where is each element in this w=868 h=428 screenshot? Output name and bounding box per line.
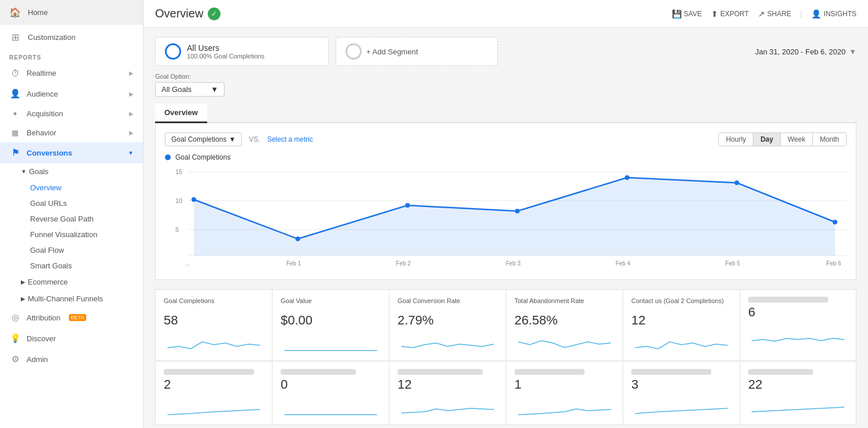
insights-button[interactable]: 👤 INSIGHTS [811, 9, 856, 19]
metric-sparkline-r2-3 [398, 394, 498, 418]
chart-container: Goal Completions ▼ VS. Select a metric H… [155, 123, 856, 280]
metric-title-blurred [748, 297, 828, 302]
sidebar-item-multi-channel[interactable]: ▶ Multi-Channel Funnels [0, 290, 143, 307]
svg-text:10: 10 [175, 197, 182, 204]
metric-card-blurred-1: 6 [740, 289, 856, 361]
svg-text:Feb 5: Feb 5 [725, 260, 740, 267]
metric-sparkline-1 [164, 330, 264, 353]
home-icon: 🏠 [9, 7, 21, 18]
sidebar-item-ecommerce[interactable]: ▶ Ecommerce [0, 274, 143, 290]
legend-label: Goal Completions [175, 153, 230, 161]
data-point-5 [734, 180, 739, 185]
metric-value-r2-1: 2 [164, 377, 264, 392]
metric-value-r2-4: 1 [514, 377, 615, 392]
metric-value-r2-5: 3 [631, 377, 731, 392]
metric-title-4: Total Abandonment Rate [514, 297, 615, 311]
overview-label: Overview [30, 183, 61, 192]
sidebar-acquisition-label: Acquisition [27, 109, 63, 118]
metric-sparkline-2 [281, 330, 381, 353]
legend-dot [165, 154, 171, 160]
data-point-4 [625, 175, 630, 180]
time-btn-week[interactable]: Week [781, 133, 812, 146]
ecommerce-expand-icon: ▶ [21, 279, 25, 285]
sidebar-item-conversions[interactable]: ⚑ Conversions ▼ [0, 142, 143, 163]
metric-value-2: $0.00 [281, 313, 381, 328]
sidebar-item-overview[interactable]: Overview [0, 180, 143, 195]
metric-value-r2-2: 0 [281, 377, 381, 392]
expand-icon: ▶ [129, 91, 134, 97]
sidebar-item-goal-urls[interactable]: Goal URLs [0, 195, 143, 211]
sidebar-item-acquisition[interactable]: ✦ Acquisition ▶ [0, 104, 143, 123]
add-segment-button[interactable]: + Add Segment [336, 37, 498, 66]
sidebar-item-realtime[interactable]: ⏱ Realtime ▶ [0, 63, 143, 83]
main-content: Overview ✓ 💾 SAVE ⬆ EXPORT ↗ SHARE | 👤 I… [144, 0, 868, 428]
data-point-6 [833, 220, 837, 224]
sidebar-item-funnel-visualization[interactable]: Funnel Visualization [0, 227, 143, 242]
sidebar-item-discover[interactable]: 💡 Discover [0, 328, 143, 349]
conversions-icon: ⚑ [9, 147, 21, 158]
sidebar-realtime-label: Realtime [27, 69, 56, 78]
collapse-icon: ▼ [128, 150, 134, 156]
segment-name: All Users [187, 43, 264, 53]
metrics-row-1: Goal Completions 58 Goal Value $0.00 [155, 289, 856, 361]
expand-icon: ▶ [129, 110, 134, 117]
funnel-visualization-label: Funnel Visualization [30, 230, 97, 239]
blurred-title-r2-4 [514, 369, 584, 375]
metric-card-goal-value: Goal Value $0.00 [272, 289, 389, 361]
sidebar-behavior-label: Behavior [27, 128, 56, 137]
sidebar-item-home[interactable]: 🏠 Home [0, 0, 143, 25]
time-buttons: Hourly Day Week Month [718, 132, 847, 146]
save-button[interactable]: 💾 SAVE [672, 9, 702, 19]
data-point-3 [515, 209, 520, 213]
sidebar-item-customization[interactable]: ⊞ Customization [0, 25, 143, 50]
share-button[interactable]: ↗ SHARE [758, 9, 791, 19]
segment-info-1: All Users 100.00% Goal Completions [187, 43, 264, 60]
share-label: SHARE [767, 10, 791, 18]
metric-value-r2-6: 22 [748, 377, 848, 392]
expand-icon: ▶ [129, 130, 134, 136]
attribution-badge: BETA [69, 314, 87, 321]
sidebar-item-behavior[interactable]: ▦ Behavior ▶ [0, 123, 143, 142]
dropdown-arrow: ▼ [211, 85, 218, 94]
sidebar-item-admin[interactable]: ⚙ Admin [0, 349, 143, 370]
sidebar-item-goals[interactable]: ▼ Goals [0, 163, 143, 180]
time-btn-day[interactable]: Day [753, 133, 781, 146]
metric-dropdown[interactable]: Goal Completions ▼ [165, 132, 242, 146]
topbar-separator: | [800, 10, 802, 18]
ecommerce-label: Ecommerce [28, 278, 68, 286]
verified-icon: ✓ [208, 8, 220, 20]
sidebar-item-audience[interactable]: 👤 Audience ▶ [0, 83, 143, 104]
data-point-1 [296, 237, 300, 241]
svg-text:Feb 6: Feb 6 [826, 260, 841, 267]
svg-text:Feb 2: Feb 2 [396, 260, 411, 267]
goal-option-dropdown[interactable]: All Goals ▼ [155, 82, 225, 97]
metric-card-r2-2: 0 [272, 362, 389, 425]
date-range-label: Jan 31, 2020 - Feb 6, 2020 [755, 47, 845, 56]
time-btn-month[interactable]: Month [813, 133, 846, 146]
sidebar-item-attribution[interactable]: ◎ Attribution BETA [0, 307, 143, 328]
multi-channel-label: Multi-Channel Funnels [28, 294, 103, 303]
select-metric-link[interactable]: Select a metric [267, 135, 313, 143]
time-btn-hourly[interactable]: Hourly [719, 133, 753, 146]
date-range-picker[interactable]: Jan 31, 2020 - Feb 6, 2020 ▼ [755, 47, 856, 56]
metric-value-6: 6 [748, 305, 848, 320]
tab-overview[interactable]: Overview [155, 104, 207, 123]
metric-value-5: 12 [631, 313, 731, 328]
sidebar-item-goal-flow[interactable]: Goal Flow [0, 242, 143, 258]
metric-card-abandonment-rate: Total Abandonment Rate 26.58% [506, 289, 623, 361]
sidebar-item-smart-goals[interactable]: Smart Goals [0, 258, 143, 274]
chart-controls: Goal Completions ▼ VS. Select a metric H… [165, 132, 847, 146]
audience-icon: 👤 [9, 88, 21, 99]
topbar-actions: 💾 SAVE ⬆ EXPORT ↗ SHARE | 👤 INSIGHTS [672, 9, 856, 19]
sidebar-item-reverse-goal-path[interactable]: Reverse Goal Path [0, 211, 143, 227]
export-button[interactable]: ⬆ EXPORT [711, 9, 749, 19]
date-range-arrow: ▼ [849, 47, 856, 56]
reverse-goal-path-label: Reverse Goal Path [30, 215, 94, 223]
admin-label: Admin [27, 355, 48, 364]
topbar: Overview ✓ 💾 SAVE ⬆ EXPORT ↗ SHARE | 👤 I… [144, 0, 868, 28]
goal-option-label: Goal Option: [155, 73, 856, 80]
segment-card-1: All Users 100.00% Goal Completions [155, 37, 329, 66]
multi-channel-expand-icon: ▶ [21, 296, 25, 302]
metric-value-r2-3: 12 [398, 377, 498, 392]
acquisition-icon: ✦ [9, 110, 21, 118]
